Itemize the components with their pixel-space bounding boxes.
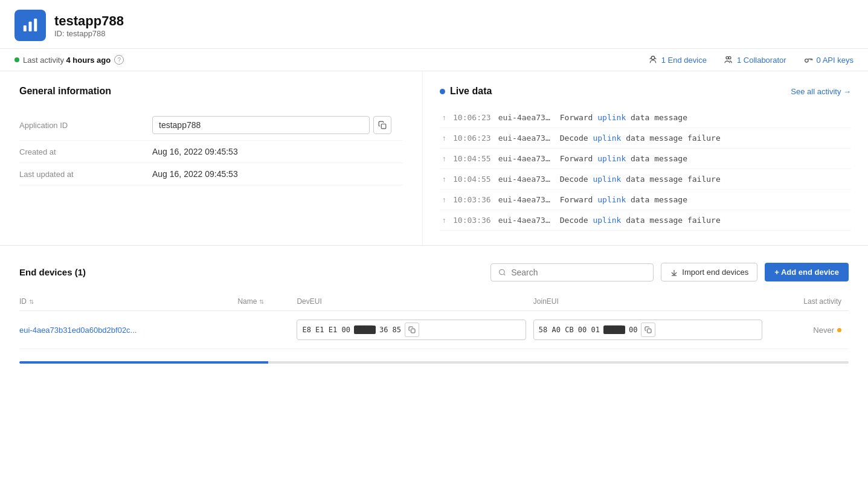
app-header: testapp788 ID: testapp788 — [0, 0, 868, 49]
general-info-panel: General information Application ID Creat… — [0, 71, 423, 245]
live-data-title: Live data — [440, 86, 492, 97]
td-device-id: eui-4aea73b31ed0a60bd2bf02c... — [19, 311, 237, 349]
svg-rect-1 — [29, 22, 32, 31]
uplink-icon-5: ↑ — [442, 196, 446, 204]
uplink-icon-1: ↑ — [442, 114, 446, 122]
import-icon — [670, 268, 678, 277]
svg-point-8 — [805, 59, 808, 62]
main-content: General information Application ID Creat… — [0, 71, 868, 245]
th-last-activity: Last activity — [770, 292, 849, 311]
general-info-title: General information — [19, 86, 403, 97]
add-end-device-button[interactable]: + Add end device — [765, 263, 849, 281]
svg-point-3 — [651, 56, 654, 59]
import-end-devices-button[interactable]: Import end devices — [661, 263, 757, 281]
last-activity: Last activity 4 hours ago ? — [14, 55, 124, 65]
svg-rect-12 — [381, 124, 386, 129]
stat-collaborator-count: 1 Collaborator — [737, 56, 786, 65]
deveui-field: E8 E1 E1 00 ████ 36 85 — [297, 320, 526, 340]
activity-row: ↑ 10:03:36 eui-4aea73… Forward uplink da… — [440, 190, 851, 210]
activity-msg-5: Forward uplink data message — [560, 195, 687, 204]
last-updated-label: Last updated at — [19, 170, 152, 179]
th-name-label: Name — [237, 297, 257, 306]
activity-msg-1: Forward uplink data message — [560, 113, 687, 122]
status-bar: Last activity 4 hours ago ? 1 End device… — [0, 49, 868, 71]
table-row: eui-4aea73b31ed0a60bd2bf02c... E8 E1 E1 … — [19, 311, 849, 349]
never-badge: Never — [770, 326, 841, 335]
activity-row: ↑ 10:06:23 eui-4aea73… Forward uplink da… — [440, 108, 851, 128]
copy-app-id-button[interactable] — [373, 116, 391, 134]
activity-device-1: eui-4aea73… — [498, 113, 553, 122]
bar-chart-icon — [21, 16, 39, 34]
last-activity-value: Never — [813, 326, 834, 335]
table-head: ID ⇅ Name ⇅ DevEUI JoinEUI Last activity — [19, 292, 849, 311]
add-btn-label: + Add end device — [774, 268, 839, 277]
field-row-last-updated: Last updated at Aug 16, 2022 09:45:53 — [19, 163, 403, 185]
sort-id-icon[interactable]: ⇅ — [29, 298, 34, 305]
svg-rect-17 — [411, 329, 416, 333]
activity-row: ↑ 10:06:23 eui-4aea73… Decode uplink dat… — [440, 128, 851, 149]
devices-table: ID ⇅ Name ⇅ DevEUI JoinEUI Last activity — [19, 292, 849, 349]
copy-deveui-icon — [408, 326, 416, 333]
table-body: eui-4aea73b31ed0a60bd2bf02c... E8 E1 E1 … — [19, 311, 849, 349]
joineui-field: 58 A0 CB 00 01 ████ 00 — [533, 320, 762, 340]
created-at-value: Aug 16, 2022 09:45:53 — [152, 147, 403, 156]
td-deveui: E8 E1 E1 00 ████ 36 85 — [297, 311, 533, 349]
th-id-label: ID — [19, 297, 27, 306]
activity-device-4: eui-4aea73… — [498, 175, 553, 184]
activity-time-1: 10:06:23 — [453, 113, 491, 122]
app-id-input-wrap — [152, 116, 403, 134]
last-updated-value: Aug 16, 2022 09:45:53 — [152, 169, 403, 179]
stat-api-keys-count: 0 API keys — [817, 56, 854, 65]
api-keys-link[interactable]: 0 API keys — [817, 56, 854, 65]
device-id-link[interactable]: eui-4aea73b31ed0a60bd2bf02c... — [19, 326, 137, 335]
svg-rect-2 — [34, 19, 37, 31]
joineui-prefix: 58 A0 CB 00 01 — [539, 326, 600, 334]
live-data-title-text: Live data — [450, 86, 492, 97]
app-name: testapp788 — [54, 13, 124, 29]
app-id-field-label: Application ID — [19, 121, 152, 130]
activity-time-3: 10:04:55 — [453, 154, 491, 163]
copy-joineui-button[interactable] — [641, 323, 655, 337]
activity-device-2: eui-4aea73… — [498, 133, 553, 143]
uplink-icon-2: ↑ — [442, 134, 446, 143]
activity-orange-dot — [837, 328, 841, 332]
copy-deveui-button[interactable] — [405, 323, 419, 337]
th-id: ID ⇅ — [19, 292, 237, 311]
end-devices-title: End devices (1) — [19, 267, 86, 277]
svg-point-13 — [500, 269, 505, 275]
app-id-input[interactable] — [152, 116, 370, 134]
end-devices-actions: Import end devices + Add end device — [490, 263, 849, 281]
search-input[interactable] — [511, 268, 646, 277]
activity-msg-3: Forward uplink data message — [560, 154, 687, 163]
uplink-icon-3: ↑ — [442, 155, 446, 163]
end-device-link[interactable]: 1 End device — [661, 56, 707, 65]
td-joineui: 58 A0 CB 00 01 ████ 00 — [533, 311, 770, 349]
live-data-panel: Live data See all activity → ↑ 10:06:23 … — [423, 71, 868, 245]
help-icon[interactable]: ? — [114, 55, 124, 65]
end-devices-section: End devices (1) Import end devices + Add… — [0, 245, 868, 361]
activity-device-6: eui-4aea73… — [498, 216, 553, 225]
deveui-suffix: 36 85 — [379, 326, 401, 334]
collaborator-link[interactable]: 1 Collaborator — [737, 56, 786, 65]
live-dot — [440, 89, 445, 94]
svg-line-14 — [504, 274, 505, 275]
activity-msg-4: Decode uplink data message failure — [560, 175, 721, 184]
stat-api-keys: 0 API keys — [803, 55, 854, 65]
deveui-prefix: E8 E1 E1 00 — [302, 326, 350, 334]
sort-name-icon[interactable]: ⇅ — [259, 298, 264, 305]
app-title-block: testapp788 ID: testapp788 — [54, 13, 124, 38]
created-at-label: Created at — [19, 147, 152, 156]
see-all-activity-link[interactable]: See all activity → — [791, 87, 851, 96]
app-icon — [14, 10, 46, 41]
app-id-label: ID: testapp788 — [54, 29, 124, 38]
deveui-hidden: ████ — [354, 326, 376, 334]
search-box[interactable] — [490, 263, 654, 281]
td-device-name — [237, 311, 297, 349]
field-row-created-at: Created at Aug 16, 2022 09:45:53 — [19, 141, 403, 163]
activity-list: ↑ 10:06:23 eui-4aea73… Forward uplink da… — [440, 108, 851, 231]
search-icon — [498, 268, 506, 277]
live-data-header: Live data See all activity → — [440, 86, 851, 97]
svg-rect-18 — [648, 329, 652, 333]
joineui-suffix: 00 — [629, 326, 637, 334]
td-last-activity: Never — [770, 311, 849, 349]
